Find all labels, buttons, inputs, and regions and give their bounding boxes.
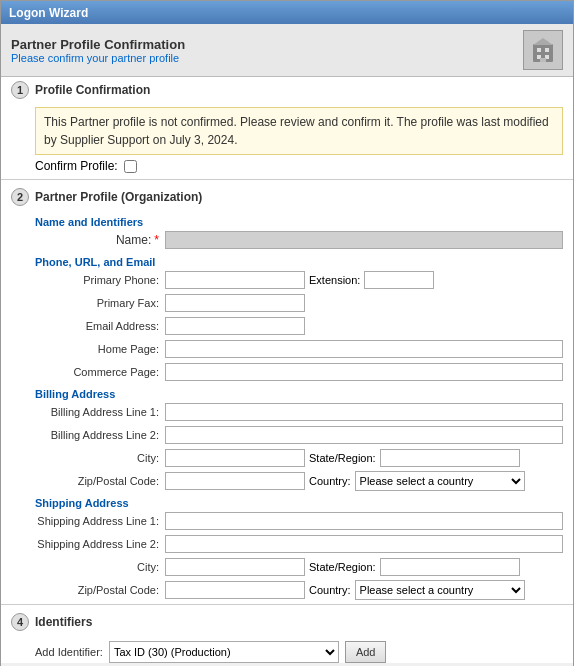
shipping-zip-split: Country: Please select a country — [165, 580, 563, 600]
profile-info-text: This Partner profile is not confirmed. P… — [44, 115, 549, 147]
home-page-input[interactable] — [165, 340, 563, 358]
name-field-label: Name: * — [35, 233, 165, 247]
shipping-state-label: State/Region: — [309, 561, 376, 573]
name-input[interactable] — [165, 231, 563, 249]
section1-title: Profile Confirmation — [35, 83, 150, 97]
page-header-text: Partner Profile Confirmation Please conf… — [11, 37, 185, 64]
shipping-zip-input[interactable] — [165, 581, 305, 599]
home-page-row: Home Page: — [35, 339, 563, 359]
name-identifiers-label: Name and Identifiers — [35, 216, 563, 228]
billing-state-label: State/Region: — [309, 452, 376, 464]
shipping-country-select[interactable]: Please select a country — [355, 580, 525, 600]
svg-marker-6 — [533, 38, 553, 45]
svg-rect-2 — [545, 48, 549, 52]
email-input[interactable] — [165, 317, 305, 335]
primary-phone-input[interactable] — [165, 271, 305, 289]
shipping-zip-row: Zip/Postal Code: Country: Please select … — [35, 580, 563, 600]
confirm-checkbox[interactable] — [124, 160, 137, 173]
main-content: 1 Profile Confirmation This Partner prof… — [1, 77, 573, 663]
main-window: Logon Wizard Partner Profile Confirmatio… — [0, 0, 574, 666]
shipping-city-row: City: State/Region: — [35, 557, 563, 577]
shipping-line1-row: Shipping Address Line 1: — [35, 511, 563, 531]
shipping-city-split: State/Region: — [165, 558, 563, 576]
section2-header: 2 Partner Profile (Organization) — [1, 184, 573, 210]
divider2 — [1, 604, 573, 605]
shipping-city-label: City: — [35, 561, 165, 573]
shipping-city-input[interactable] — [165, 558, 305, 576]
home-page-label: Home Page: — [35, 343, 165, 355]
confirm-label: Confirm Profile: — [35, 159, 118, 173]
billing-city-input[interactable] — [165, 449, 305, 467]
title-bar: Logon Wizard — [1, 1, 573, 24]
shipping-section-label: Shipping Address — [35, 497, 563, 509]
add-identifier-label: Add Identifier: — [35, 646, 103, 658]
billing-country-label: Country: — [309, 475, 351, 487]
svg-rect-1 — [537, 48, 541, 52]
billing-city-split: State/Region: — [165, 449, 563, 467]
primary-fax-row: Primary Fax: — [35, 293, 563, 313]
billing-state-input[interactable] — [380, 449, 520, 467]
billing-city-row: City: State/Region: — [35, 448, 563, 468]
primary-fax-label: Primary Fax: — [35, 297, 165, 309]
billing-section-label: Billing Address — [35, 388, 563, 400]
primary-fax-input[interactable] — [165, 294, 305, 312]
billing-line1-label: Billing Address Line 1: — [35, 406, 165, 418]
billing-line2-row: Billing Address Line 2: — [35, 425, 563, 445]
section4-header: 4 Identifiers — [1, 609, 573, 635]
billing-line2-input[interactable] — [165, 426, 563, 444]
section2-number: 2 — [11, 188, 29, 206]
section2-title: Partner Profile (Organization) — [35, 190, 202, 204]
identifier-select[interactable]: Tax ID (30) (Production) — [109, 641, 339, 663]
shipping-form-area: Shipping Address Line 1: Shipping Addres… — [1, 511, 573, 600]
shipping-country-label: Country: — [309, 584, 351, 596]
commerce-page-label: Commerce Page: — [35, 366, 165, 378]
phone-inline-group: Extension: — [165, 271, 563, 289]
shipping-state-input[interactable] — [380, 558, 520, 576]
shipping-line1-label: Shipping Address Line 1: — [35, 515, 165, 527]
profile-info-box: This Partner profile is not confirmed. P… — [35, 107, 563, 155]
shipping-zip-label: Zip/Postal Code: — [35, 584, 165, 596]
shipping-line2-row: Shipping Address Line 2: — [35, 534, 563, 554]
page-main-title: Partner Profile Confirmation — [11, 37, 185, 52]
primary-phone-row: Primary Phone: Extension: — [35, 270, 563, 290]
billing-zip-row: Zip/Postal Code: Country: Please select … — [35, 471, 563, 491]
commerce-page-input[interactable] — [165, 363, 563, 381]
billing-line1-row: Billing Address Line 1: — [35, 402, 563, 422]
section1-header: 1 Profile Confirmation — [1, 77, 573, 103]
billing-zip-input[interactable] — [165, 472, 305, 490]
billing-line2-label: Billing Address Line 2: — [35, 429, 165, 441]
svg-rect-5 — [540, 58, 546, 62]
building-icon — [529, 36, 557, 64]
commerce-page-row: Commerce Page: — [35, 362, 563, 382]
primary-phone-label: Primary Phone: — [35, 274, 165, 286]
phone-form-area: Primary Phone: Extension: Primary Fax: E… — [1, 270, 573, 382]
confirm-row: Confirm Profile: — [35, 159, 563, 173]
page-sub-title: Please confirm your partner profile — [11, 52, 185, 64]
section4-title: Identifiers — [35, 615, 92, 629]
shipping-line1-input[interactable] — [165, 512, 563, 530]
billing-form-area: Billing Address Line 1: Billing Address … — [1, 402, 573, 491]
billing-zip-split: Country: Please select a country — [165, 471, 563, 491]
add-identifier-button[interactable]: Add — [345, 641, 387, 663]
email-row: Email Address: — [35, 316, 563, 336]
billing-line1-input[interactable] — [165, 403, 563, 421]
email-label: Email Address: — [35, 320, 165, 332]
billing-zip-label: Zip/Postal Code: — [35, 475, 165, 487]
extension-label: Extension: — [309, 274, 360, 286]
add-identifier-row: Add Identifier: Tax ID (30) (Production)… — [35, 641, 563, 663]
billing-city-label: City: — [35, 452, 165, 464]
name-row: Name: * — [35, 230, 563, 250]
extension-input[interactable] — [364, 271, 434, 289]
billing-country-select[interactable]: Please select a country — [355, 471, 525, 491]
window-title: Logon Wizard — [9, 6, 88, 20]
section4-number: 4 — [11, 613, 29, 631]
page-header: Partner Profile Confirmation Please conf… — [1, 24, 573, 77]
phone-section-label: Phone, URL, and Email — [35, 256, 563, 268]
shipping-line2-label: Shipping Address Line 2: — [35, 538, 165, 550]
divider1 — [1, 179, 573, 180]
section1-number: 1 — [11, 81, 29, 99]
header-icon — [523, 30, 563, 70]
shipping-line2-input[interactable] — [165, 535, 563, 553]
name-required: * — [154, 233, 159, 247]
name-form-area: Name: * — [1, 230, 573, 250]
